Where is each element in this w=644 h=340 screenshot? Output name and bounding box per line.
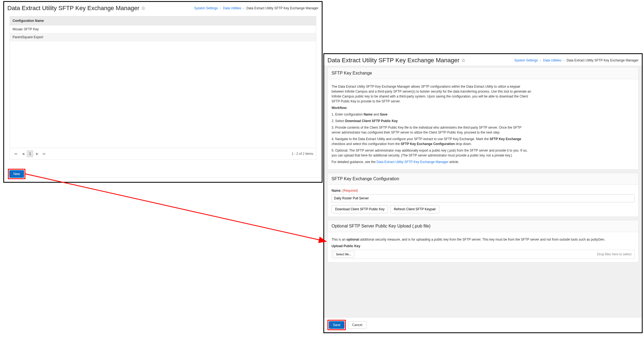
chevron-right-icon: › xyxy=(539,58,542,62)
breadcrumb-link-data-utilities[interactable]: Data Utilities xyxy=(543,58,561,62)
table-row[interactable]: Mosaic SFTP Key xyxy=(10,25,316,33)
download-public-key-button[interactable]: Download Client SFTP Public Key xyxy=(332,205,388,213)
config-section: SFTP Key Exchange Configuration Name: (R… xyxy=(327,173,639,217)
workflow-step: 5. Optional: The SFTP server administrat… xyxy=(332,148,531,158)
breadcrumb-link-system-settings[interactable]: System Settings xyxy=(194,6,218,10)
required-indicator: (Required) xyxy=(342,189,358,193)
footer-toolbar: Save Cancel xyxy=(324,317,642,332)
section-heading: SFTP Key Exchange Configuration xyxy=(328,173,638,185)
select-file-button[interactable]: Select file... xyxy=(333,251,354,258)
detail-panel: Data Extract Utility SFTP Key Exchange M… xyxy=(323,53,643,333)
page-header: Data Extract Utility SFTP Key Exchange M… xyxy=(324,54,642,66)
workflow-step: 3. Provide contents of the Client SFTP P… xyxy=(332,125,531,135)
favorite-star-icon[interactable]: ☆ xyxy=(461,57,466,63)
pager-first-icon[interactable]: ⏮ xyxy=(13,150,19,157)
table-row[interactable]: ParentSquare Export xyxy=(10,33,316,41)
workflow-step: 2. Select Download Client SFTP Public Ke… xyxy=(332,119,531,123)
pager-info: 1 - 2 of 2 items xyxy=(292,152,313,156)
workflow-label: Workflow: xyxy=(332,105,531,110)
chevron-right-icon: › xyxy=(219,6,222,10)
page-title: Data Extract Utility SFTP Key Exchange M… xyxy=(327,57,460,64)
pager-current-page: 1 xyxy=(27,150,33,157)
breadcrumb: System Settings › Data Utilities › Data … xyxy=(514,58,639,62)
list-panel: Data Extract Utility SFTP Key Exchange M… xyxy=(3,1,323,183)
cancel-button[interactable]: Cancel xyxy=(348,321,366,329)
annotation-highlight: Save xyxy=(327,320,346,330)
column-header-configuration-name[interactable]: Configuration Name xyxy=(10,16,316,25)
footer-toolbar: New xyxy=(4,177,322,182)
new-button[interactable]: New xyxy=(9,170,24,178)
favorite-star-icon[interactable]: ☆ xyxy=(141,5,145,11)
dropzone-hint: Drop files here to select xyxy=(597,252,634,257)
chevron-right-icon: › xyxy=(242,6,246,10)
breadcrumb-current: Data Extract Utility SFTP Key Exchange M… xyxy=(246,6,318,10)
svg-line-1 xyxy=(25,174,326,241)
upload-label: Upload Public Key xyxy=(332,244,634,249)
save-button[interactable]: Save xyxy=(329,321,344,329)
pager-prev-icon[interactable]: ◀ xyxy=(20,150,26,157)
name-label: Name: (Required) xyxy=(332,188,634,193)
pager-next-icon[interactable]: ▶ xyxy=(34,150,40,157)
page-title: Data Extract Utility SFTP Key Exchange M… xyxy=(7,5,139,12)
breadcrumb: System Settings › Data Utilities › Data … xyxy=(194,6,318,10)
refresh-keypair-button[interactable]: Refresh Client SFTP Keypair xyxy=(390,205,439,213)
upload-note: This is an optional additional security … xyxy=(332,237,634,242)
breadcrumb-link-data-utilities[interactable]: Data Utilities xyxy=(223,6,241,10)
help-article-link[interactable]: Data Extract Utility SFTP Key Exchange M… xyxy=(377,160,449,164)
chevron-right-icon: › xyxy=(562,58,566,62)
breadcrumb-current: Data Extract Utility SFTP Key Exchange M… xyxy=(567,58,639,62)
configurations-grid: Configuration Name Mosaic SFTP Key Paren… xyxy=(10,16,316,160)
annotation-highlight: New xyxy=(8,169,25,179)
upload-section: Optional SFTP Server Public Key Upload (… xyxy=(327,220,639,262)
section-heading: Optional SFTP Server Public Key Upload (… xyxy=(328,220,638,232)
file-dropzone[interactable]: Select file... Drop files here to select xyxy=(332,250,634,259)
intro-paragraph: The Data Extract Utility SFTP Key Exchan… xyxy=(332,84,531,104)
grid-pager: ⏮ ◀ 1 ▶ ⏭ 1 - 2 of 2 items xyxy=(10,148,316,159)
page-header: Data Extract Utility SFTP Key Exchange M… xyxy=(4,2,322,13)
section-heading: SFTP Key Exchange xyxy=(328,67,638,79)
pager-last-icon[interactable]: ⏭ xyxy=(41,150,47,157)
closing-paragraph: For detailed guidance, see the Data Extr… xyxy=(332,159,531,164)
breadcrumb-link-system-settings[interactable]: System Settings xyxy=(514,58,538,62)
name-field[interactable] xyxy=(332,194,634,202)
workflow-step: 1. Enter configuration Name and Save xyxy=(332,112,531,117)
workflow-step: 4. Navigate to the Data Extract Utility … xyxy=(332,137,531,146)
intro-section: SFTP Key Exchange The Data Extract Utili… xyxy=(327,67,639,170)
